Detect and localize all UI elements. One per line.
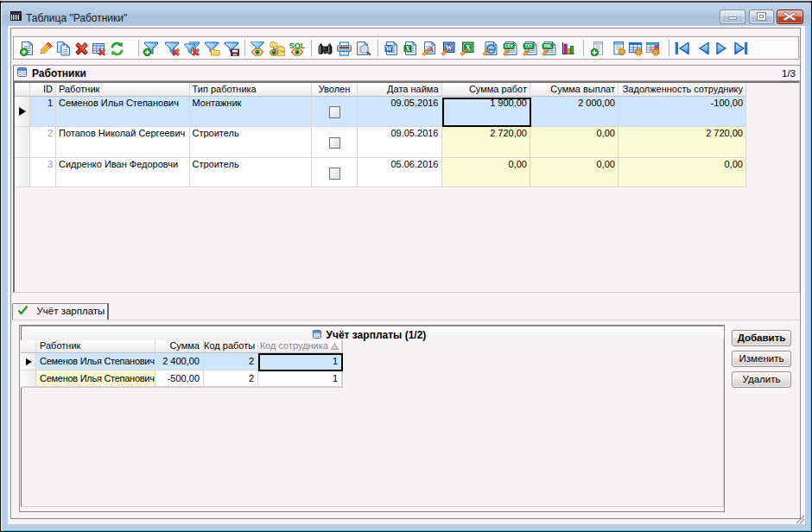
- svg-text:X: X: [405, 45, 410, 53]
- svg-text:TXT: TXT: [524, 44, 532, 48]
- svg-text:XML: XML: [543, 44, 552, 48]
- svg-text:A: A: [428, 46, 434, 54]
- svg-text:CSV: CSV: [504, 44, 513, 48]
- svg-text:W: W: [385, 45, 392, 53]
